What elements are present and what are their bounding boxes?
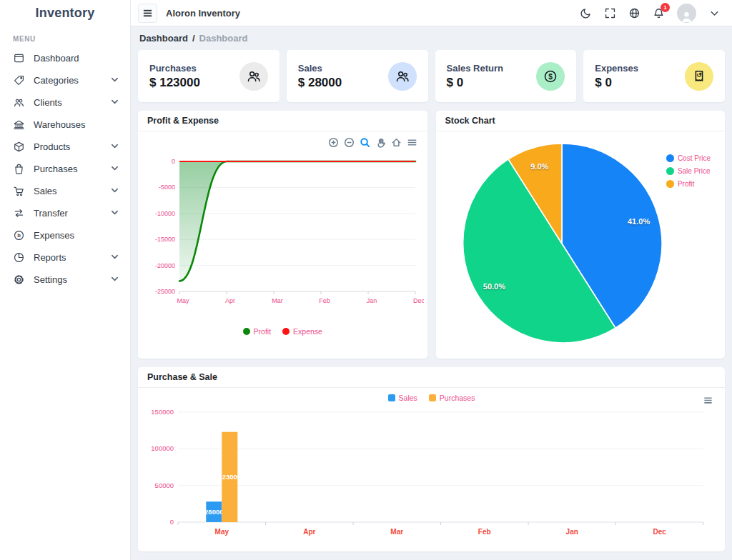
stat-cards-row: Purchases $ 123000 Sales $ 28000 Sales bbox=[138, 50, 725, 102]
profile-menu-toggle[interactable] bbox=[708, 7, 721, 19]
reset-zoom-home-icon[interactable] bbox=[391, 137, 402, 148]
zoom-out-icon[interactable] bbox=[344, 137, 355, 148]
sidebar-item-expenses[interactable]: b Expenses bbox=[0, 224, 130, 246]
box-icon bbox=[13, 141, 25, 153]
stat-card-purchases: Purchases $ 123000 bbox=[138, 50, 280, 102]
app-title: Aloron Inventory bbox=[166, 8, 240, 19]
purchase-sale-chart[interactable]: 050000100000150000MayAprMarFebJanDec2800… bbox=[144, 404, 719, 549]
svg-text:9.0%: 9.0% bbox=[530, 162, 548, 171]
svg-text:41.0%: 41.0% bbox=[627, 217, 649, 226]
stat-card-expenses: Expenses $ 0 ↺ bbox=[583, 50, 725, 102]
stat-card-sales: Sales $ 28000 bbox=[287, 50, 428, 102]
sidebar-item-label: Reports bbox=[34, 252, 66, 263]
stat-value: $ 0 bbox=[595, 76, 638, 90]
svg-text:-15000: -15000 bbox=[155, 236, 175, 243]
legend-item[interactable]: Profit bbox=[666, 180, 694, 188]
notifications-button[interactable]: 1 bbox=[653, 7, 665, 19]
chart-toolbar bbox=[328, 137, 417, 148]
stock-chart-card: Stock Chart 41.0%50.0%9.0% Cost PriceSal… bbox=[436, 111, 726, 359]
selection-zoom-icon[interactable] bbox=[360, 137, 370, 148]
svg-text:Jan: Jan bbox=[566, 528, 578, 536]
sidebar-item-products[interactable]: Products bbox=[0, 136, 130, 158]
sidebar-item-label: Products bbox=[34, 141, 70, 152]
sidebar-item-transfer[interactable]: Transfer bbox=[0, 202, 130, 224]
stat-title: Purchases bbox=[149, 63, 200, 74]
svg-text:123000: 123000 bbox=[218, 473, 241, 481]
hamburger-icon bbox=[142, 8, 153, 19]
chart-menu-icon[interactable] bbox=[407, 137, 417, 148]
breadcrumb-section: Dashboard bbox=[199, 33, 248, 44]
sidebar-item-label: Transfer bbox=[34, 208, 68, 219]
dashboard-icon bbox=[13, 52, 25, 64]
sidebar-item-label: Sales bbox=[34, 186, 57, 196]
chart-menu-icon[interactable] bbox=[703, 395, 713, 409]
header-actions: 1 bbox=[580, 4, 721, 23]
sidebar-item-settings[interactable]: Settings bbox=[0, 269, 130, 291]
svg-text:-5000: -5000 bbox=[159, 184, 175, 191]
svg-text:May: May bbox=[215, 528, 229, 536]
sidebar-item-label: Settings bbox=[34, 274, 67, 285]
svg-text:0: 0 bbox=[172, 158, 175, 165]
currency-circle-icon: b bbox=[13, 229, 25, 241]
chevron-down-icon bbox=[708, 7, 721, 19]
stock-chart-body: 41.0%50.0%9.0% Cost PriceSale PriceProfi… bbox=[436, 131, 726, 359]
pan-icon[interactable] bbox=[375, 137, 386, 148]
fullscreen-icon bbox=[604, 7, 616, 19]
stat-title: Expenses bbox=[595, 63, 638, 74]
sidebar: Inventory MENU Dashboard Categories Clie… bbox=[0, 0, 131, 560]
receipt-return-icon: ↺ bbox=[685, 62, 713, 91]
app-logo[interactable]: Inventory bbox=[0, 0, 130, 26]
svg-text:-25000: -25000 bbox=[155, 288, 175, 295]
purchase-sale-legend: SalesPurchases bbox=[144, 394, 719, 402]
globe-icon bbox=[628, 7, 640, 19]
sidebar-item-purchases[interactable]: Purchases bbox=[0, 158, 130, 180]
pie-report-icon bbox=[13, 251, 25, 264]
sidebar-item-reports[interactable]: Reports bbox=[0, 246, 130, 269]
sidebar-item-warehouses[interactable]: Warehouses bbox=[0, 114, 130, 136]
purchase-sale-body: SalesPurchases 050000100000150000MayAprM… bbox=[138, 388, 725, 551]
dashboard-content: Dashboard / Dashboard Purchases $ 123000… bbox=[131, 26, 732, 560]
dollar-circle-icon: $ bbox=[536, 62, 565, 91]
sidebar-toggle-button[interactable] bbox=[138, 4, 157, 23]
people-icon bbox=[388, 62, 417, 91]
svg-text:Feb: Feb bbox=[478, 528, 491, 536]
svg-text:b: b bbox=[17, 232, 21, 239]
sidebar-item-sales[interactable]: Sales bbox=[0, 180, 130, 202]
zoom-in-icon[interactable] bbox=[328, 137, 339, 148]
svg-text:0: 0 bbox=[170, 518, 174, 526]
purchase-sale-card: Purchase & Sale SalesPurchases 050000100… bbox=[138, 367, 725, 551]
legend-item[interactable]: Sales bbox=[388, 394, 417, 402]
stat-title: Sales bbox=[298, 63, 342, 74]
profit-expense-card: Profit & Expense 0-5000-10000-15000-2000… bbox=[138, 111, 427, 359]
svg-text:-10000: -10000 bbox=[155, 210, 175, 217]
chevron-down-icon bbox=[111, 208, 119, 219]
svg-text:May: May bbox=[177, 297, 189, 304]
chart-title: Stock Chart bbox=[436, 111, 726, 131]
sidebar-item-categories[interactable]: Categories bbox=[0, 69, 130, 91]
profit-expense-chart[interactable]: 0-5000-10000-15000-20000-25000MayAprMarF… bbox=[144, 146, 422, 326]
chevron-down-icon bbox=[111, 186, 119, 196]
breadcrumb-current[interactable]: Dashboard bbox=[139, 33, 188, 44]
fullscreen-button[interactable] bbox=[604, 7, 616, 19]
user-avatar[interactable] bbox=[677, 4, 696, 23]
dark-mode-toggle[interactable] bbox=[580, 7, 592, 19]
svg-text:50.0%: 50.0% bbox=[483, 282, 505, 291]
svg-text:Dec: Dec bbox=[653, 528, 667, 536]
legend-item[interactable]: Sale Price bbox=[666, 167, 711, 175]
svg-text:100000: 100000 bbox=[151, 444, 174, 452]
chevron-down-icon bbox=[111, 75, 119, 86]
chevron-down-icon bbox=[111, 97, 119, 108]
legend-item[interactable]: Expense bbox=[282, 327, 322, 336]
sidebar-item-clients[interactable]: Clients bbox=[0, 91, 130, 114]
language-button[interactable] bbox=[628, 7, 640, 19]
legend-item[interactable]: Cost Price bbox=[666, 154, 711, 162]
stat-title: Sales Return bbox=[447, 63, 503, 74]
svg-text:↺: ↺ bbox=[696, 71, 702, 79]
legend-item[interactable]: Profit bbox=[243, 327, 272, 336]
chevron-down-icon bbox=[111, 252, 119, 263]
stat-card-sales-return: Sales Return $ 0 $ bbox=[435, 50, 577, 102]
svg-text:Apr: Apr bbox=[225, 297, 235, 304]
chart-title: Profit & Expense bbox=[138, 111, 427, 131]
sidebar-item-dashboard[interactable]: Dashboard bbox=[0, 47, 130, 69]
legend-item[interactable]: Purchases bbox=[429, 394, 475, 402]
